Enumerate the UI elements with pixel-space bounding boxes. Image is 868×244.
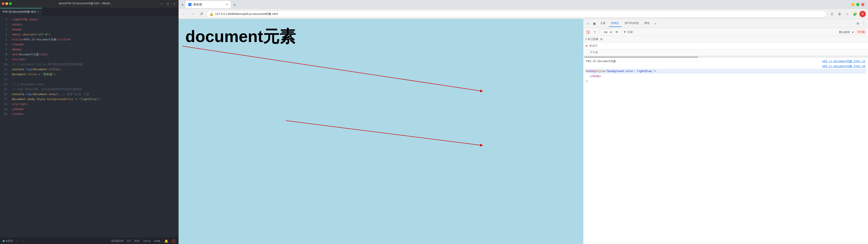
toolbar-separator-2 — [621, 30, 622, 34]
devtools-tab-console[interactable]: 控制台 — [609, 20, 621, 27]
no-issues-badge: 无问题 — [856, 30, 866, 34]
title-minimize-icon[interactable]: ─ — [159, 1, 164, 6]
dom-line-1: P45-JS-document对象 p45-js-document对象.html… — [585, 59, 866, 64]
toolbar-icons: ⎙ ⊕ ☆ 🧩 S — [829, 11, 866, 17]
new-tab-button[interactable]: + — [232, 1, 238, 8]
browser-win-controls — [851, 3, 866, 6]
devtools-panel: ⊹ ▣ 元素 控制台 源代码/来源 网络 » ⚙ ⋮ — [583, 19, 868, 244]
dom-body-close-tag: </body> — [590, 74, 601, 78]
devtools-context-select[interactable]: top — [601, 29, 613, 35]
title-close-icon[interactable]: ✕ — [172, 1, 177, 6]
window-title: demo/P45-JS-document对象.html - HBuild... — [13, 2, 157, 5]
editor-titlebar: demo/P45-JS-document对象.html - HBuild... … — [0, 0, 178, 7]
back-button[interactable]: ← — [181, 11, 188, 18]
status-row: 行7 — [127, 239, 131, 243]
minimize-button[interactable] — [5, 2, 8, 5]
browser-tab-close-icon[interactable]: ✕ — [226, 3, 228, 6]
devtools-eye-icon[interactable]: 👁 — [614, 29, 620, 35]
tab-favicon-icon — [188, 3, 191, 6]
devtools-clear-icon[interactable]: 🚫 — [585, 29, 591, 35]
extensions-icon-btn[interactable]: 🧩 — [852, 11, 858, 17]
expression-close-icon[interactable]: ✕ — [585, 44, 588, 48]
expression-bar: ✕ 表达式 — [583, 42, 868, 49]
info-gear-icon[interactable]: ⚙ — [600, 37, 603, 41]
devtools-settings-icon[interactable]: ⚙ — [856, 21, 860, 26]
page-heading: document元素 — [185, 26, 296, 48]
status-col: 列10 — [134, 239, 140, 243]
devtools-tab-elements[interactable]: 元素 — [598, 20, 608, 27]
line-numbers: 1234567891011121314151617181920 — [0, 16, 9, 238]
editor-tab-active[interactable]: P45-JS-document对象.html ✕ — [0, 8, 42, 15]
status-bell-icon[interactable]: 🔔 — [164, 239, 168, 243]
code-content[interactable]: <!DOCTYPE html><html> <head> <meta chars… — [9, 16, 178, 238]
page-viewport: document元素 — [179, 19, 583, 244]
log-level-select[interactable]: 默认级别 — [837, 30, 855, 35]
expression-value-bar: 不可用 — [583, 49, 868, 56]
browser-minimize-button[interactable] — [851, 3, 855, 6]
browser-titlebar: ▾ 新标题 ✕ + — [179, 0, 868, 9]
status-filetype: HTML — [154, 240, 161, 242]
browser-close-button[interactable] — [861, 3, 864, 6]
devtools-more-icon[interactable]: » — [654, 21, 657, 26]
zoom-icon-btn[interactable]: ⊕ — [836, 11, 843, 17]
devtools-cursor-icon[interactable]: ⊹ — [585, 21, 591, 26]
title-maximize-icon[interactable]: □ — [165, 1, 170, 6]
browser-tab-bar: ▾ 新标题 ✕ + — [180, 1, 850, 8]
filter-group: ▼ 过滤 — [623, 30, 836, 34]
screenshot-icon-btn[interactable]: ⎙ — [829, 11, 835, 17]
svg-line-3 — [286, 121, 483, 146]
dom-link-2[interactable]: p45-js-document对象.html:16 — [822, 64, 865, 68]
dom-body-tag: <body — [588, 69, 596, 73]
tab-label: P45-JS-document对象.html — [3, 10, 36, 14]
editor-tab-bar: P45-JS-document对象.html ✕ — [0, 7, 178, 16]
star-icon-btn[interactable]: ☆ — [844, 11, 850, 17]
dom-style-attr: style — [596, 69, 604, 73]
status-hint: 语法提示库 — [111, 239, 123, 243]
dom-line-gt: > — [585, 79, 866, 84]
browser-nav-icon[interactable]: ▾ — [180, 1, 185, 8]
devtools-box-icon[interactable]: ▣ — [592, 21, 597, 26]
browser-window: ▾ 新标题 ✕ + ← → ↺ 🔒 127.0.0.1:8848/demo/p4… — [179, 0, 868, 244]
window-controls — [2, 2, 12, 5]
devtools-tab-bar: ⊹ ▣ 元素 控制台 源代码/来源 网络 » ⚙ ⋮ — [583, 19, 868, 28]
reload-button[interactable]: ↺ — [198, 11, 205, 18]
editor-body: 1234567891011121314151617181920 <!DOCTYP… — [0, 16, 178, 238]
status-block-icon[interactable]: 🚫 — [172, 239, 176, 243]
status-dot-icon — [3, 240, 4, 242]
devtools-dom-panel: P45-JS-document对象 p45-js-document对象.html… — [583, 58, 868, 244]
close-button[interactable] — [2, 2, 4, 5]
editor-statusbar: 未登录 ≡ □ 语法提示库 行7 列10 UTF-8 HTML 🔔 🚫 — [0, 238, 178, 244]
expression-value-text: 不可用 — [590, 51, 598, 55]
dom-link-1[interactable]: p45-js-document对象.html:11 — [822, 59, 865, 63]
lock-icon: 🔒 — [210, 12, 213, 16]
devtools-menu-icon[interactable]: ⋮ — [861, 21, 866, 26]
filter-icon: ▼ — [623, 30, 626, 34]
svg-line-2 — [182, 46, 483, 91]
browser-tab-title: 新标题 — [193, 2, 202, 6]
dom-gt-text: > — [586, 80, 588, 83]
dom-style-value: background-color: lightblue; — [608, 69, 653, 73]
devtools-tab-network[interactable]: 网络 — [642, 20, 652, 27]
tab-close-icon[interactable]: ✕ — [37, 10, 39, 13]
devtools-tab-sources[interactable]: 源代码/来源 — [622, 20, 641, 27]
filter-label: 过滤 — [627, 30, 633, 34]
browser-content: document元素 — [179, 19, 868, 244]
address-bar[interactable]: 🔒 127.0.0.1:8848/demo/p45-js-document对象.… — [207, 10, 827, 18]
maximize-button[interactable] — [9, 2, 12, 5]
dom-line-2: p45-js-document对象.html:16 — [585, 64, 866, 69]
forward-button[interactable]: → — [189, 11, 196, 18]
annotation-arrows — [179, 19, 583, 244]
hidden-count-text: 3 条已隐藏 — [585, 37, 598, 41]
browser-maximize-button[interactable] — [856, 3, 860, 6]
address-text: 127.0.0.1:8848/demo/p45-js-document对象.ht… — [215, 12, 824, 16]
browser-tab-active[interactable]: 新标题 ✕ — [186, 1, 231, 8]
dom-line-body[interactable]: ▼ <body style =" background-color: light… — [585, 69, 866, 74]
profile-button[interactable]: S — [860, 11, 866, 17]
editor-window: demo/P45-JS-document对象.html - HBuild... … — [0, 0, 179, 244]
browser-toolbar: ← → ↺ 🔒 127.0.0.1:8848/demo/p45-js-docum… — [179, 9, 868, 19]
dom-expand-icon[interactable]: ▼ — [586, 69, 588, 73]
devtools-filter-collapse-icon[interactable]: ▽ — [592, 29, 597, 35]
devtools-info-bar: 3 条已隐藏 ⚙ — [583, 36, 868, 42]
expression-label: 表达式 — [589, 44, 597, 48]
devtools-scroll-bar[interactable] — [583, 56, 868, 58]
